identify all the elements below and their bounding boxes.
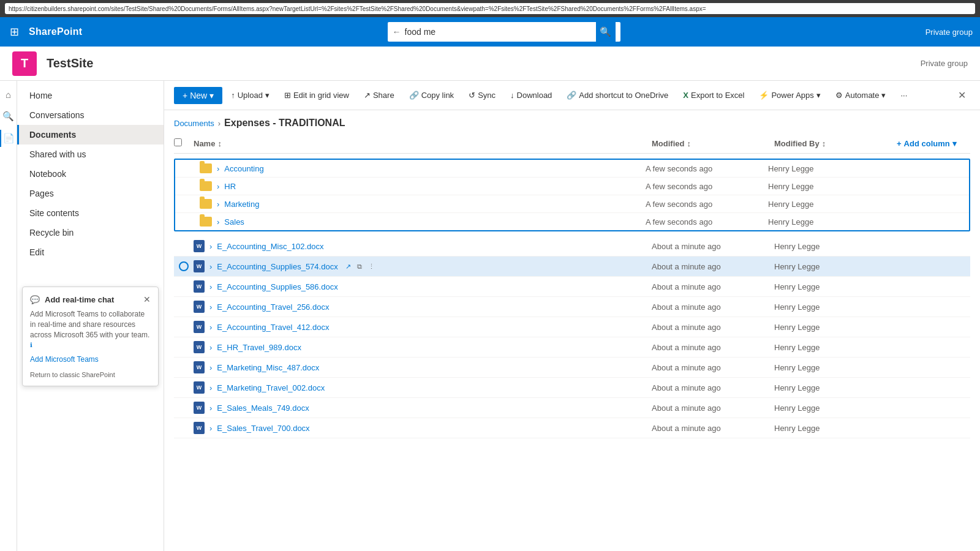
row-modified-2: About a minute ago <box>652 282 774 291</box>
copy-link-icon: 🔗 <box>409 91 419 100</box>
header-modified-by[interactable]: Modified By ↕ <box>774 138 897 148</box>
table-row[interactable]: W › E_HR_Travel_989.docx About a minute … <box>174 337 970 358</box>
row-name-6[interactable]: W › E_Marketing_Misc_487.docx <box>194 361 652 373</box>
toolbar-close-button[interactable]: ✕ <box>953 87 970 104</box>
search-icon[interactable]: 🔍 <box>0 108 17 125</box>
url-bar[interactable]: https://citizenbuilders.sharepoint.com/s… <box>5 3 975 14</box>
row-name-2[interactable]: W › E_Accounting_Supplies_586.docx <box>194 280 652 293</box>
more-button[interactable]: ··· <box>894 87 913 103</box>
row-name-4[interactable]: W › E_Accounting_Travel_412.docx <box>194 321 652 333</box>
search-button[interactable]: 🔍 <box>596 22 616 42</box>
row-modified-by-3: Henry Legge <box>774 302 897 312</box>
row-radio-1[interactable] <box>179 261 189 271</box>
row-name-9[interactable]: W › E_Sales_Travel_700.docx <box>194 422 652 434</box>
file-name-7: E_Marketing_Travel_002.docx <box>217 383 325 392</box>
open-icon-1[interactable]: ↗ <box>345 263 351 271</box>
file-label-9: › <box>209 424 212 433</box>
modified-sort-icon: ↕ <box>687 139 691 148</box>
add-teams-link[interactable]: Add Microsoft Teams <box>30 355 151 364</box>
add-column-button[interactable]: + Add column ▾ <box>897 138 970 148</box>
table-row[interactable]: W › E_Accounting_Travel_256.docx About a… <box>174 297 970 317</box>
download-button[interactable]: ↓ Download <box>504 87 558 103</box>
row-more-icon-1[interactable]: ⋮ <box>368 263 375 271</box>
table-row[interactable]: W › E_Sales_Meals_749.docx About a minut… <box>174 398 970 418</box>
row-name-5[interactable]: W › E_HR_Travel_989.docx <box>194 341 652 353</box>
row-modified-by-6: Henry Legge <box>774 363 897 372</box>
add-shortcut-label: Add shortcut to OneDrive <box>579 91 668 100</box>
file-name-8: E_Sales_Meals_749.docx <box>217 403 309 413</box>
folder-label-accounting: › <box>217 164 219 173</box>
home-label: Home <box>29 91 52 100</box>
folder-label-sales: › <box>217 217 219 227</box>
sidebar-item-conversations[interactable]: Conversations <box>17 105 164 125</box>
folder-row-sales[interactable]: › Sales A few seconds ago Henry Legge <box>175 213 969 230</box>
export-excel-button[interactable]: X Export to Excel <box>677 87 750 103</box>
folder-row-accounting[interactable]: › Accounting A few seconds ago Henry Leg… <box>175 160 969 178</box>
search-container: ← 🔍 <box>89 22 918 42</box>
sync-button[interactable]: ↺ Sync <box>462 87 502 103</box>
folder-name-accounting[interactable]: › Accounting <box>200 163 646 173</box>
power-apps-button[interactable]: ⚡ Power Apps ▾ <box>753 87 826 103</box>
table-row[interactable]: W › E_Accounting_Supplies_574.docx ↗ ⧉ ⋮… <box>174 257 970 277</box>
table-row[interactable]: W › E_Marketing_Misc_487.docx About a mi… <box>174 358 970 378</box>
sync-label: Sync <box>478 91 496 100</box>
row-name-0[interactable]: W › E_Accounting_Misc_102.docx <box>194 240 652 252</box>
header-name[interactable]: Name ↕ <box>194 138 652 148</box>
folder-row-marketing[interactable]: › Marketing A few seconds ago Henry Legg… <box>175 195 969 213</box>
row-modified-by-7: Henry Legge <box>774 383 897 392</box>
close-icon: ✕ <box>958 89 966 101</box>
folder-name-sales[interactable]: › Sales <box>200 217 646 227</box>
copy-icon-1[interactable]: ⧉ <box>357 263 362 271</box>
table-row[interactable]: W › E_Accounting_Misc_102.docx About a m… <box>174 236 970 257</box>
table-row[interactable]: W › E_Accounting_Supplies_586.docx About… <box>174 277 970 297</box>
folder-name-marketing[interactable]: › Marketing <box>200 199 646 209</box>
docs-icon[interactable]: 📄 <box>0 130 17 147</box>
search-input[interactable] <box>405 27 592 37</box>
file-name-1: E_Accounting_Supplies_574.docx <box>217 262 337 271</box>
sidebar-item-edit[interactable]: Edit <box>17 242 164 262</box>
sidebar-item-home[interactable]: Home <box>17 86 164 105</box>
row-name-3[interactable]: W › E_Accounting_Travel_256.docx <box>194 301 652 313</box>
table-row[interactable]: W › E_Marketing_Travel_002.docx About a … <box>174 378 970 398</box>
sidebar-item-recycle-bin[interactable]: Recycle bin <box>17 223 164 242</box>
table-row[interactable]: W › E_Sales_Travel_700.docx About a minu… <box>174 418 970 438</box>
breadcrumb-parent[interactable]: Documents <box>174 119 214 128</box>
sidebar-item-notebook[interactable]: Notebook <box>17 164 164 184</box>
search-back-icon[interactable]: ← <box>393 27 401 37</box>
add-shortcut-button[interactable]: 🔗 Add shortcut to OneDrive <box>560 87 674 103</box>
sidebar-item-shared[interactable]: Shared with us <box>17 144 164 164</box>
folder-row-hr[interactable]: › HR A few seconds ago Henry Legge <box>175 178 969 195</box>
home-icon[interactable]: ⌂ <box>0 86 17 103</box>
share-button[interactable]: ↗ Share <box>358 87 401 103</box>
share-icon: ↗ <box>364 91 371 100</box>
private-group-label: Private group <box>925 28 973 37</box>
table-row[interactable]: W › E_Accounting_Travel_412.docx About a… <box>174 317 970 337</box>
folder-text-accounting: Accounting <box>224 164 263 173</box>
sidebar-item-pages[interactable]: Pages <box>17 184 164 203</box>
row-name-7[interactable]: W › E_Marketing_Travel_002.docx <box>194 381 652 394</box>
sidebar-item-documents[interactable]: Documents <box>17 125 164 144</box>
folder-modified-hr: A few seconds ago <box>646 182 768 191</box>
folder-name-hr[interactable]: › HR <box>200 181 646 191</box>
edit-grid-button[interactable]: ⊞ Edit in grid view <box>278 87 355 103</box>
file-label-7: › <box>209 383 212 392</box>
header-modified[interactable]: Modified ↕ <box>652 138 774 148</box>
copy-link-button[interactable]: 🔗 Copy link <box>403 87 460 103</box>
row-name-1[interactable]: W › E_Accounting_Supplies_574.docx ↗ ⧉ ⋮ <box>194 260 652 272</box>
folder-modified-sales: A few seconds ago <box>646 217 768 227</box>
row-name-8[interactable]: W › E_Sales_Meals_749.docx <box>194 402 652 414</box>
file-name-4: E_Accounting_Travel_412.docx <box>217 323 329 332</box>
return-classic-link[interactable]: Return to classic SharePoint <box>30 371 151 378</box>
breadcrumb-current: Expenses - TRADITIONAL <box>224 118 345 129</box>
new-button[interactable]: + New ▾ <box>174 87 222 104</box>
sidebar-item-site-contents[interactable]: Site contents <box>17 203 164 223</box>
waffle-icon[interactable]: ⊞ <box>7 23 21 41</box>
folder-icon-hr <box>200 181 212 191</box>
select-all-checkbox[interactable] <box>174 138 182 146</box>
upload-button[interactable]: ↑ Upload ▾ <box>225 87 276 103</box>
row-modified-5: About a minute ago <box>652 343 774 352</box>
chat-widget-close-button[interactable]: ✕ <box>143 294 151 304</box>
automate-button[interactable]: ⚙ Automate ▾ <box>829 87 892 103</box>
url-text: https://citizenbuilders.sharepoint.com/s… <box>9 6 706 12</box>
chat-widget-header: 💬 Add real-time chat ✕ <box>30 294 151 304</box>
